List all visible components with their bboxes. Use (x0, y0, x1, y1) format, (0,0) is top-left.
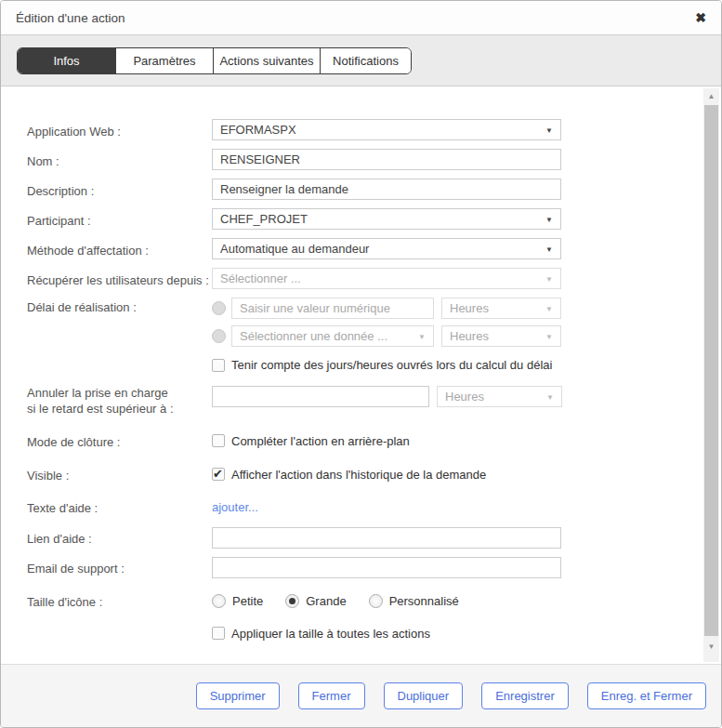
appliquer-taille-label: Appliquer la taille à toutes les actions (231, 627, 430, 641)
fermer-button[interactable]: Fermer (298, 682, 365, 709)
delai-data-unit-select[interactable]: Heures ▼ (441, 325, 561, 347)
close-icon[interactable]: ✖ (695, 11, 706, 24)
delai-numeric-unit-select[interactable]: Heures ▼ (441, 298, 561, 319)
scroll-down-icon[interactable]: ▼ (703, 639, 719, 655)
taille-grande-radio[interactable] (285, 594, 299, 608)
nom-input[interactable] (212, 149, 561, 170)
delai-data-unit-value: Heures (450, 329, 489, 343)
row-recuperer-utilisateurs: Récupérer les utilisateurs depuis : Séle… (27, 268, 680, 289)
methode-affectation-select[interactable]: Automatique au demandeur ▼ (212, 238, 561, 259)
annuler-prise-unit-value: Heures (445, 390, 484, 404)
taille-icone-label: Taille d'icône : (27, 592, 212, 609)
delai-numeric-unit-value: Heures (450, 301, 489, 315)
taille-petite-label: Petite (232, 594, 263, 608)
lien-aide-input[interactable] (212, 527, 561, 549)
row-email-support: Email de support : (27, 557, 680, 578)
appliquer-taille-spacer (27, 632, 212, 635)
application-web-select[interactable]: EFORMASPX ▼ (212, 119, 561, 140)
application-web-value: EFORMASPX (220, 123, 296, 137)
row-texte-aide: Texte d'aide : ajouter... (27, 496, 680, 518)
identifiant-interne-value: 1 (212, 661, 218, 664)
business-days-checkbox[interactable] (212, 359, 225, 372)
vertical-scrollbar[interactable]: ▲ ▼ (703, 88, 719, 662)
taille-personnalise-label: Personnalisé (389, 594, 459, 608)
enregistrer-button[interactable]: Enregistrer (481, 682, 569, 709)
annuler-prise-label-line2: si le retard est supérieur à : (27, 402, 174, 416)
taille-grande-label: Grande (306, 594, 346, 608)
tab-infos[interactable]: Infos (18, 48, 115, 73)
row-application-web: Application Web : EFORMASPX ▼ (27, 119, 680, 140)
row-description: Description : (27, 179, 680, 200)
row-taille-icone: Taille d'icône : Petite Grande Personnal… (27, 590, 680, 612)
chevron-down-icon: ▼ (545, 215, 553, 223)
methode-affectation-value: Automatique au demandeur (220, 242, 369, 256)
row-appliquer-taille: Appliquer la taille à toutes les actions (27, 623, 680, 644)
texte-aide-add-link[interactable]: ajouter... (212, 500, 258, 514)
edit-action-dialog: Édition d'une action ✖ Infos Paramètres … (0, 0, 722, 728)
mode-cloture-checkbox[interactable] (212, 434, 225, 447)
email-support-input[interactable] (212, 557, 561, 578)
delai-numeric-input[interactable] (231, 298, 434, 319)
mode-cloture-label: Mode de clôture : (27, 432, 212, 449)
taille-personnalise-radio[interactable] (369, 594, 383, 608)
row-lien-aide: Lien d'aide : (27, 527, 680, 549)
annuler-prise-label: Annuler la prise en charge si le retard … (27, 386, 212, 417)
supprimer-button[interactable]: Supprimer (196, 682, 280, 709)
row-delai-realisation: Délai de réalisation : Heures ▼ (27, 298, 680, 372)
methode-affectation-label: Méthode d'affectation : (27, 241, 212, 258)
participant-select[interactable]: CHEF_PROJET ▼ (212, 208, 561, 230)
lien-aide-label: Lien d'aide : (27, 529, 212, 546)
chevron-down-icon: ▼ (545, 274, 553, 283)
delai-data-radio[interactable] (212, 329, 226, 343)
recuperer-utilisateurs-select[interactable]: Sélectionner ... ▼ (212, 268, 561, 289)
chevron-down-icon: ▼ (545, 304, 553, 312)
taille-petite-radio[interactable] (212, 594, 226, 608)
row-identifiant-interne: Identifiant interne : 1 (27, 657, 680, 664)
visible-checkbox-label: Afficher l'action dans l'historique de l… (231, 468, 486, 482)
participant-label: Participant : (27, 211, 212, 228)
application-web-label: Application Web : (27, 122, 212, 139)
email-support-label: Email de support : (27, 559, 212, 576)
row-nom: Nom : (27, 149, 680, 170)
row-mode-cloture: Mode de clôture : Compléter l'action en … (27, 430, 680, 452)
tab-actions-suivantes[interactable]: Actions suivantes (213, 48, 320, 73)
delai-numeric-row: Heures ▼ (212, 298, 561, 319)
chevron-down-icon: ▼ (545, 332, 553, 340)
chevron-down-icon: ▼ (418, 332, 426, 340)
texte-aide-label: Texte d'aide : (27, 498, 212, 515)
row-participant: Participant : CHEF_PROJET ▼ (27, 208, 680, 230)
delai-numeric-radio[interactable] (212, 301, 226, 315)
description-input[interactable] (212, 179, 561, 200)
delai-realisation-label: Délai de réalisation : (27, 298, 212, 314)
visible-checkbox[interactable] (212, 468, 225, 481)
annuler-prise-input[interactable] (212, 386, 429, 407)
row-methode-affectation: Méthode d'affectation : Automatique au d… (27, 238, 680, 259)
recuperer-utilisateurs-label: Récupérer les utilisateurs depuis : (27, 271, 212, 287)
delai-data-row: Sélectionner une donnée ... ▼ Heures ▼ (212, 325, 561, 347)
dupliquer-button[interactable]: Dupliquer (384, 682, 464, 709)
dialog-footer: Supprimer Fermer Dupliquer Enregistrer E… (1, 664, 721, 727)
delai-data-select[interactable]: Sélectionner une donnée ... ▼ (231, 325, 434, 347)
visible-label: Visible : (27, 466, 212, 483)
delai-business-days-row: Tenir compte des jours/heures ouvrés lor… (212, 358, 561, 372)
description-label: Description : (27, 181, 212, 198)
tab-band: Infos Paramètres Actions suivantes Notif… (1, 35, 721, 86)
mode-cloture-checkbox-label: Compléter l'action en arrière-plan (231, 434, 410, 448)
tab-group: Infos Paramètres Actions suivantes Notif… (17, 47, 412, 74)
nom-label: Nom : (27, 152, 212, 168)
tab-notifications[interactable]: Notifications (320, 48, 411, 73)
chevron-down-icon: ▼ (546, 392, 554, 401)
tab-parametres[interactable]: Paramètres (115, 48, 213, 73)
scrollbar-thumb[interactable] (704, 105, 718, 636)
delai-data-value: Sélectionner une donnée ... (240, 329, 387, 343)
identifiant-interne-label: Identifiant interne : (27, 659, 212, 664)
enreg-et-fermer-button[interactable]: Enreg. et Fermer (587, 682, 706, 709)
annuler-prise-unit-select[interactable]: Heures ▼ (437, 386, 562, 407)
annuler-prise-label-line1: Annuler la prise en charge (27, 386, 168, 400)
appliquer-taille-checkbox[interactable] (212, 627, 225, 640)
participant-value: CHEF_PROJET (220, 212, 308, 226)
row-visible: Visible : Afficher l'action dans l'histo… (27, 464, 680, 485)
scroll-up-icon[interactable]: ▲ (703, 88, 719, 104)
business-days-label: Tenir compte des jours/heures ouvrés lor… (231, 358, 552, 372)
chevron-down-icon: ▼ (545, 126, 553, 134)
